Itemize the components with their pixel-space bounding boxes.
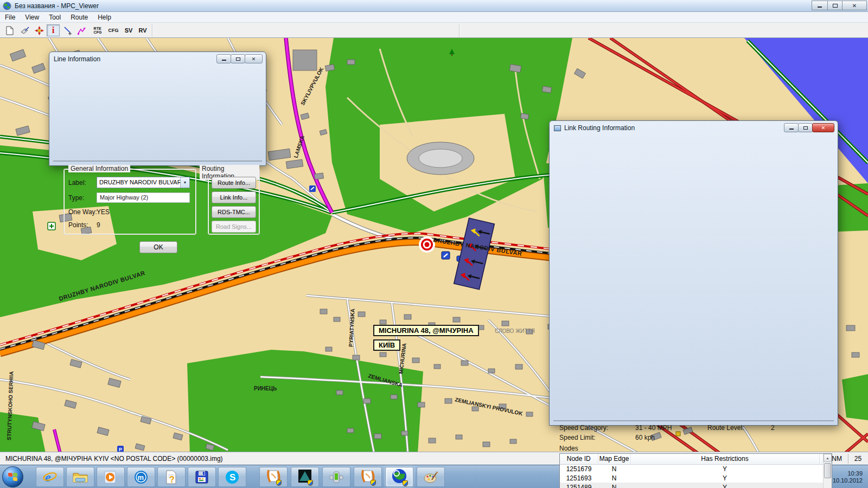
address-flag: MICHURINA 48, @МІЧУРІНА (373, 325, 479, 336)
toolbar-separator (152, 24, 152, 37)
taskbar-media-player[interactable] (97, 467, 125, 487)
points-value: 9 (97, 221, 100, 229)
window-title: Без названия - MPC_Viewer (15, 2, 99, 10)
taskbar-clock[interactable]: 10:39 10.10.2012 (833, 470, 863, 484)
status-zoom-level: 25 (849, 453, 867, 464)
column-header[interactable]: Node ID (560, 454, 598, 464)
taskbar-paint[interactable] (417, 467, 445, 487)
menu-route[interactable]: Route (66, 12, 93, 22)
selected-point-marker (419, 236, 435, 253)
svg-text:?: ? (169, 475, 175, 484)
nodes-caption: Nodes (559, 445, 578, 452)
maximize-button[interactable] (827, 1, 843, 10)
line-info-title-bar[interactable]: Line Information ✕ (49, 52, 266, 66)
taskbar-teal-app[interactable] (291, 467, 319, 487)
column-header[interactable]: Has Restrictions (630, 454, 819, 464)
table-header-row: Node IDMap EdgeHas Restrictions (560, 454, 823, 464)
column-header[interactable]: Map Edge (598, 454, 630, 464)
oneway-value: YES (97, 208, 110, 216)
close-button[interactable]: ✕ (812, 123, 834, 132)
taskbar-docviewer-2[interactable] (354, 467, 382, 487)
cfg-button[interactable]: CFG (106, 24, 120, 36)
status-address: MICHURINA 48, @МІЧУРІНА KYIV <NO POSTAL … (1, 453, 622, 464)
taskbar-maxthon[interactable]: m (127, 467, 155, 487)
info-tool-button[interactable]: i (47, 24, 60, 36)
maxthon-icon: m (134, 470, 148, 484)
pan-tool-button[interactable] (18, 24, 31, 36)
taskbar-help-file[interactable]: ? (157, 467, 186, 487)
taskbar-explorer[interactable] (66, 467, 94, 487)
measure-tool-button[interactable] (61, 24, 74, 36)
speed-category-value: 31 - 40 MPH (635, 424, 672, 432)
speed-limit-caption: Speed Limit: (559, 434, 596, 441)
sv-label: SV (125, 27, 133, 34)
close-button[interactable]: ✕ (842, 1, 867, 10)
label-combobox[interactable]: DRUZHBY NARODIV BULVAR ▼ (97, 177, 190, 188)
poi-label: СЛОВО ЖИТТЯ (495, 328, 535, 334)
taskbar-internet-explorer[interactable]: e (36, 467, 64, 487)
clock-time: 10:39 (833, 470, 863, 477)
taskbar-phone-app[interactable] (322, 467, 350, 487)
table-row[interactable]: 1251489NY (560, 483, 823, 488)
routing-information-group: Routing Information Route Info... Link I… (208, 169, 260, 235)
scrollbar-thumb[interactable] (824, 463, 831, 478)
minimize-button[interactable] (784, 123, 799, 132)
taskbar-docviewer-1[interactable] (259, 467, 288, 487)
start-button[interactable] (2, 466, 23, 487)
menu-view[interactable]: View (20, 12, 44, 22)
table-row[interactable]: 1251679NY (560, 464, 823, 473)
taskbar-skype[interactable]: S (218, 467, 246, 487)
road-signs-button[interactable]: Road Signs... (212, 221, 256, 233)
route-level-caption: Route Level: (707, 424, 744, 432)
new-document-icon (6, 26, 14, 35)
menu-tool[interactable]: Tool (44, 12, 66, 22)
nodes-scrollbar[interactable]: ▲ ▼ (823, 454, 832, 488)
minimize-button[interactable] (812, 1, 828, 10)
palette-icon (423, 470, 438, 484)
restore-button[interactable] (231, 54, 245, 63)
type-caption: Type: (68, 194, 84, 202)
clock-date: 10.10.2012 (833, 477, 863, 484)
minimize-button[interactable] (216, 54, 231, 63)
menu-bar: File View Tool Route Help (0, 12, 868, 23)
link-routing-dialog: Link Routing Information ✕ Speed Categor… (549, 120, 838, 426)
info-tool-icon: i (52, 27, 55, 34)
restore-button[interactable] (798, 123, 813, 132)
phone-icon (328, 471, 344, 484)
rds-tmc-button[interactable]: RDS-TMC... (212, 206, 256, 218)
media-player-icon (104, 470, 118, 484)
rv-button[interactable]: RV (136, 24, 150, 36)
toolbar: i RTECFG CFG SV RV (0, 23, 868, 38)
table-row[interactable]: 1251693NY (560, 473, 823, 483)
desktop: { "window": { "title": "Без названия - M… (0, 0, 868, 488)
taskbar-separator (28, 470, 33, 484)
oneway-caption: One Way: (68, 208, 97, 216)
app-title-bar: Без названия - MPC_Viewer ✕ (0, 0, 868, 12)
taskbar-separator (253, 470, 257, 484)
ok-button[interactable]: OK (139, 241, 177, 253)
label-value: DRUZHBY NARODIV BULVAR (97, 177, 180, 188)
menu-file[interactable]: File (0, 12, 20, 22)
sv-button[interactable]: SV (122, 24, 136, 36)
taskbar-mpc-viewer[interactable] (385, 467, 413, 487)
new-document-button[interactable] (3, 24, 16, 36)
route-info-button[interactable]: Route Info... (212, 177, 256, 189)
globe-icon (392, 468, 407, 485)
skype-icon: S (225, 470, 239, 484)
move-point-button[interactable] (33, 24, 46, 36)
route-tool-button[interactable] (75, 24, 88, 36)
link-info-button[interactable]: Link Info... (212, 191, 256, 203)
cfg-label: CFG (108, 28, 119, 33)
orange-doc-icon (266, 469, 280, 485)
menu-help[interactable]: Help (93, 12, 116, 22)
link-routing-content: Speed Category: 31 - 40 MPH Route Level:… (553, 420, 834, 421)
line-info-content: General Information Label: DRUZHBY NAROD… (53, 160, 262, 162)
uac-shield-icon (371, 480, 376, 486)
rte-cfg-button[interactable]: RTECFG (90, 24, 105, 36)
chevron-down-icon[interactable]: ▼ (180, 177, 189, 188)
link-routing-title-bar[interactable]: Link Routing Information ✕ (550, 121, 838, 135)
close-button[interactable]: ✕ (245, 54, 263, 63)
folder-icon (72, 471, 88, 484)
uac-shield-icon (276, 480, 282, 486)
taskbar-backup-tool[interactable] (188, 467, 216, 487)
